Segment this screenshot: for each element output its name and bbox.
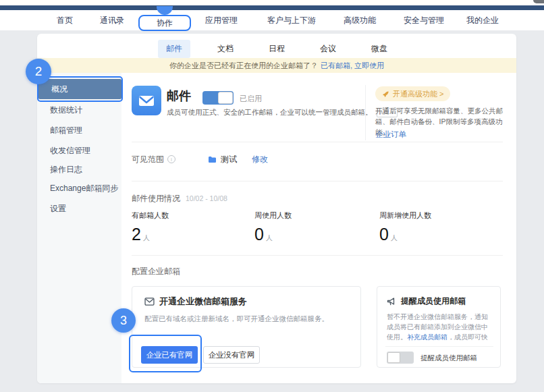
annotation-step2-badge: 2 bbox=[26, 59, 51, 84]
divider bbox=[132, 142, 503, 142]
visibility-row: 可见范围 i 测试 修改 bbox=[132, 152, 268, 166]
open-mailbox-card-title: 开通企业微信邮箱服务 bbox=[144, 296, 247, 308]
open-mailbox-card: 开通企业微信邮箱服务 配置已有域名或注册新域名，即可开通企业微信邮箱服务。 企业… bbox=[132, 286, 361, 368]
nav-item-customers[interactable]: 客户与上下游 bbox=[267, 10, 316, 30]
stat-weekly-new-users: 周新增使用人数 0人 bbox=[379, 211, 431, 244]
stat-weekly-users: 周使用人数 0人 bbox=[254, 211, 292, 244]
visibility-edit-link[interactable]: 修改 bbox=[252, 154, 268, 165]
sidebar-item-mailbox-mgmt[interactable]: 邮箱管理 bbox=[37, 120, 121, 140]
header-vertical-divider bbox=[365, 85, 366, 140]
nav-item-app-management[interactable]: 应用管理 bbox=[205, 10, 238, 30]
sidebar-item-exchange-sync[interactable]: Exchange邮箱同步 bbox=[37, 178, 121, 198]
stat-number: 2 bbox=[132, 225, 141, 244]
mail-description: 成员可使用正式、安全的工作邮箱，企业可以统一管理成员邮箱。API ˅ bbox=[167, 108, 398, 117]
megaphone-icon bbox=[387, 298, 396, 306]
envelope-icon bbox=[137, 91, 156, 110]
premium-upgrade-badge[interactable]: 开通高级功能 > bbox=[375, 86, 450, 101]
sidebar-item-statistics[interactable]: 数据统计 bbox=[37, 100, 121, 120]
mail-enabled-toggle[interactable] bbox=[202, 91, 234, 105]
stat-label: 有邮箱人数 bbox=[132, 211, 169, 221]
tab-meeting[interactable]: 会议 bbox=[312, 40, 344, 58]
stat-unit: 人 bbox=[391, 234, 398, 242]
stat-value: 0人 bbox=[379, 225, 431, 244]
tab-mail[interactable]: 邮件 bbox=[158, 40, 190, 58]
usage-section-title: 邮件使用情况10/02 - 10/08 bbox=[132, 193, 227, 204]
premium-badge-label: 开通高级功能 > bbox=[393, 89, 443, 99]
enterprise-order-link[interactable]: 企业订单 bbox=[375, 130, 406, 140]
usage-date-range: 10/02 - 10/08 bbox=[186, 194, 227, 202]
toggle-knob bbox=[218, 92, 233, 104]
visibility-scope: 测试 bbox=[208, 154, 237, 165]
stat-number: 0 bbox=[379, 225, 389, 244]
module-tabs: 邮件 文档 日程 会议 微盘 bbox=[37, 39, 516, 58]
remind-toggle-label: 提醒成员使用邮箱 bbox=[420, 354, 477, 363]
remind-card-title: 提醒成员使用邮箱 bbox=[387, 296, 466, 307]
sidebar-item-send-receive[interactable]: 收发信管理 bbox=[37, 140, 121, 161]
stat-label: 周新增使用人数 bbox=[379, 211, 431, 221]
nav-item-contacts[interactable]: 通讯录 bbox=[100, 10, 124, 30]
nav-item-home[interactable]: 首页 bbox=[57, 10, 73, 30]
mail-description-text: 成员可使用正式、安全的工作邮箱，企业可以统一管理成员邮箱。 bbox=[167, 108, 373, 116]
card-title-text: 提醒成员使用邮箱 bbox=[401, 296, 466, 307]
folder-icon bbox=[208, 156, 217, 163]
has-website-button[interactable]: 企业已有官网 bbox=[141, 346, 198, 364]
remind-card-description: 暂不开通企业微信邮箱服务，通知成员将已有邮箱添加到企业微信中使用。补充成员邮箱，… bbox=[387, 312, 493, 343]
content-card: 邮件 文档 日程 会议 微盘 你的企业是否已经有正在使用的企业邮箱了？ 已有邮箱… bbox=[37, 34, 516, 383]
top-navy-bar bbox=[0, 5, 544, 10]
tab-drive[interactable]: 微盘 bbox=[363, 40, 396, 58]
toggle-knob bbox=[387, 352, 400, 363]
nav-item-my-company[interactable]: 我的企业 bbox=[466, 10, 499, 30]
remind-members-card: 提醒成员使用邮箱 暂不开通企业微信邮箱服务，通知成员将已有邮箱添加到企业微信中使… bbox=[377, 286, 501, 368]
setup-section-title: 配置企业邮箱 bbox=[132, 266, 180, 277]
mail-app-icon bbox=[132, 86, 161, 115]
no-website-button[interactable]: 企业没有官网 bbox=[203, 346, 260, 364]
sidebar-item-settings[interactable]: 设置 bbox=[37, 198, 121, 219]
visibility-label: 可见范围 bbox=[132, 154, 164, 165]
notice-banner: 你的企业是否已经有正在使用的企业邮箱了？ 已有邮箱, 立即使用 bbox=[37, 58, 516, 73]
stat-mailbox-users: 有邮箱人数 2人 bbox=[132, 211, 169, 244]
card-title-text: 开通企业微信邮箱服务 bbox=[159, 296, 247, 308]
usage-title-text: 邮件使用情况 bbox=[132, 194, 180, 203]
divider bbox=[132, 181, 503, 181]
supplement-mailbox-link[interactable]: 补充成员邮箱 bbox=[407, 333, 447, 341]
nav-item-security[interactable]: 安全与管理 bbox=[404, 10, 444, 30]
stat-unit: 人 bbox=[266, 234, 273, 242]
tab-docs[interactable]: 文档 bbox=[209, 40, 242, 58]
annotation-step3-badge: 3 bbox=[111, 308, 136, 333]
nav-item-advanced[interactable]: 高级功能 bbox=[344, 10, 376, 30]
info-icon[interactable]: i bbox=[167, 155, 175, 163]
card-divider bbox=[385, 346, 493, 347]
top-navigation: 首页 通讯录 应用管理 客户与上下游 高级功能 安全与管理 我的企业 bbox=[0, 10, 544, 30]
envelope-outline-icon bbox=[144, 298, 155, 306]
open-mailbox-card-description: 配置已有域名或注册新域名，即可开通企业微信邮箱服务。 bbox=[144, 314, 329, 324]
stat-value: 0人 bbox=[254, 225, 292, 244]
screen: 首页 通讯录 应用管理 客户与上下游 高级功能 安全与管理 我的企业 协作 邮件… bbox=[0, 0, 544, 392]
remind-members-toggle[interactable] bbox=[387, 352, 414, 364]
rocket-icon bbox=[382, 90, 389, 98]
sidebar-item-overview[interactable]: 概况 bbox=[38, 79, 121, 99]
visibility-scope-name: 测试 bbox=[221, 154, 237, 165]
banner-question: 你的企业是否已经有正在使用的企业邮箱了？ bbox=[169, 61, 318, 71]
mail-title: 邮件 bbox=[167, 88, 191, 104]
divider bbox=[132, 255, 503, 256]
mail-status-label: 已启用 bbox=[240, 94, 262, 104]
stat-number: 0 bbox=[254, 225, 264, 244]
stat-label: 周使用人数 bbox=[254, 211, 292, 221]
stat-value: 2人 bbox=[132, 225, 169, 244]
banner-use-existing-link[interactable]: 已有邮箱, 立即使用 bbox=[321, 61, 384, 71]
browser-corner-fragment bbox=[533, 0, 544, 3]
nav-item-collaboration[interactable]: 协作 bbox=[138, 15, 191, 31]
sidebar-item-operation-log[interactable]: 操作日志 bbox=[37, 159, 121, 179]
stat-unit: 人 bbox=[143, 234, 150, 242]
tab-calendar[interactable]: 日程 bbox=[261, 40, 293, 58]
